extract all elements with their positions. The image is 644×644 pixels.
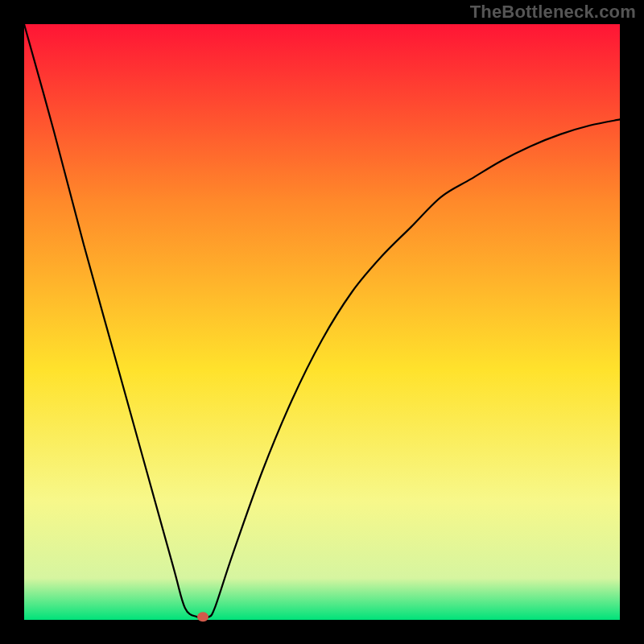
chart-plot-bg [24, 24, 620, 620]
watermark-label: TheBottleneck.com [470, 2, 636, 23]
chart-svg [0, 0, 644, 644]
optimal-point-marker [197, 612, 208, 621]
bottleneck-chart: TheBottleneck.com [0, 0, 644, 644]
